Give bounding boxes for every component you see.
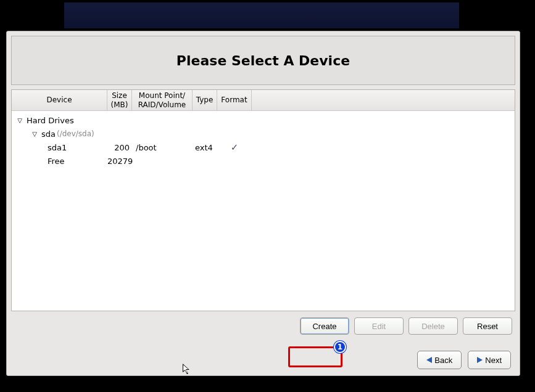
col-type[interactable]: Type xyxy=(193,90,217,110)
collapse-icon[interactable]: ▽ xyxy=(15,117,24,124)
table-row[interactable]: sda1 200 /boot ext4 ✓ xyxy=(12,141,515,154)
cell-device: Free xyxy=(12,157,107,166)
cell-size: 20279 xyxy=(107,157,132,166)
cell-type: ext4 xyxy=(193,143,217,152)
arrow-left-icon xyxy=(426,357,432,363)
partition-window: Please Select A Device Device Size (MB) … xyxy=(6,31,520,376)
col-device-label: Device xyxy=(46,96,72,104)
col-format[interactable]: Format xyxy=(217,90,252,110)
disk-label: sda xyxy=(41,129,56,139)
back-button[interactable]: Back xyxy=(417,351,462,369)
device-tree[interactable]: ▽ Hard Drives ▽ sda (/dev/sda) sda1 200 … xyxy=(12,111,515,170)
edit-button: Edit xyxy=(354,317,404,335)
cell-mount: /boot xyxy=(132,143,193,152)
next-label: Next xyxy=(485,356,502,365)
cell-device: sda1 xyxy=(12,143,107,152)
col-device[interactable]: Device xyxy=(12,90,107,110)
create-button[interactable]: Create xyxy=(300,317,349,335)
cell-size: 200 xyxy=(107,143,132,152)
col-format-label: Format xyxy=(221,96,247,104)
col-size-label1: Size xyxy=(112,91,127,100)
annotation-badge: 1 xyxy=(334,341,346,353)
delete-button: Delete xyxy=(409,317,458,335)
annotation-number: 1 xyxy=(338,343,342,351)
next-button[interactable]: Next xyxy=(468,351,511,369)
tree-root-label: Hard Drives xyxy=(27,116,74,125)
nav-row: Back Next xyxy=(417,351,511,369)
col-size[interactable]: Size (MB) xyxy=(107,90,132,110)
title-panel: Please Select A Device xyxy=(11,36,515,85)
page-title: Please Select A Device xyxy=(176,53,350,68)
table-row[interactable]: Free 20279 xyxy=(12,154,515,168)
col-mount-label1: Mount Point/ xyxy=(139,91,185,100)
collapse-icon[interactable]: ▽ xyxy=(30,131,39,137)
col-size-label2: (MB) xyxy=(111,100,128,109)
col-type-label: Type xyxy=(196,96,214,104)
back-label: Back xyxy=(434,356,452,365)
tree-root[interactable]: ▽ Hard Drives xyxy=(12,113,515,127)
tree-disk[interactable]: ▽ sda (/dev/sda) xyxy=(12,127,515,141)
table-header: Device Size (MB) Mount Point/ RAID/Volum… xyxy=(12,90,515,111)
device-table-frame: Device Size (MB) Mount Point/ RAID/Volum… xyxy=(11,89,515,311)
col-mount-label2: RAID/Volume xyxy=(138,100,186,109)
col-mount[interactable]: Mount Point/ RAID/Volume xyxy=(132,90,193,110)
action-row: Create Edit Delete Reset xyxy=(7,311,520,335)
top-banner xyxy=(64,2,459,28)
check-icon: ✓ xyxy=(217,142,252,153)
arrow-right-icon xyxy=(477,357,483,363)
reset-button[interactable]: Reset xyxy=(463,317,512,335)
disk-path: (/dev/sda) xyxy=(57,129,94,138)
